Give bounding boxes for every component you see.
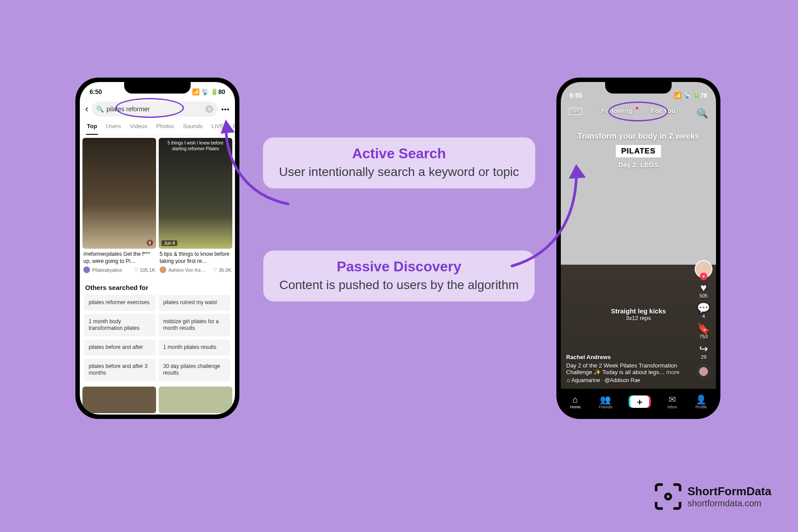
caption-text: Day 2 of the 2 Week Pilates Transformati…: [566, 362, 685, 376]
nav-inbox[interactable]: ✉Inbox: [668, 394, 677, 409]
callout-title: Active Search: [279, 145, 519, 162]
author-name: Ashton Von Ke…: [168, 267, 206, 273]
related-chip[interactable]: 1 month pilates results: [159, 340, 230, 356]
wifi-icon: 📡: [201, 88, 209, 95]
svg-marker-0: [223, 122, 232, 132]
share-icon: ↪: [699, 343, 708, 355]
brand-name: ShortFormData: [688, 485, 771, 498]
battery-icon: 🔋80: [211, 88, 225, 95]
related-chip[interactable]: pilates reformer exercises: [84, 295, 156, 311]
arrow-to-foryou: [505, 164, 585, 270]
sound-disc-icon[interactable]: [696, 364, 711, 379]
tab-following[interactable]: Following: [601, 107, 632, 114]
tab-users[interactable]: Users: [105, 120, 122, 135]
tab-photos[interactable]: Photos: [155, 120, 175, 135]
related-chip[interactable]: pilates before and after 3 months: [84, 359, 156, 381]
search-query-text: pilates reformer: [106, 106, 149, 113]
phone-search: 6:50 📶 📡 🔋80 ‹ 🔍 pilates reformer ✕ ••• …: [75, 78, 239, 419]
home-icon: ⌂: [570, 395, 581, 405]
inbox-icon: ✉: [668, 394, 677, 405]
search-icon[interactable]: 🔍: [697, 108, 708, 118]
callout-passive-discovery: Passive Discovery Content is pushed to u…: [263, 250, 535, 301]
overlay-headline: Transform your body in 2 weeks: [561, 131, 716, 141]
caption-more[interactable]: more: [666, 369, 680, 376]
live-badge[interactable]: LIVE: [568, 108, 582, 115]
tab-top[interactable]: Top: [86, 120, 98, 135]
signal-icon: 📶: [192, 88, 200, 95]
bottom-nav: ⌂Home 👥Friends ＋ ✉Inbox 👤Profile: [561, 389, 716, 415]
heart-icon: ♥: [700, 282, 707, 293]
tab-sounds[interactable]: Sounds: [182, 120, 203, 135]
related-chip[interactable]: midsize girl pilates for a month results: [159, 314, 230, 336]
author-avatar: [160, 266, 166, 273]
callout-active-search: Active Search User intentionally search …: [263, 137, 535, 188]
result-card[interactable]: 🔇 #reformerpilates Get the f*** up, were…: [82, 138, 156, 273]
caption-sound[interactable]: ♫ Aquamarine · @Addison Rae: [566, 377, 685, 383]
save-button[interactable]: 🔖753: [697, 323, 710, 339]
brand-url: shortformdata.com: [688, 498, 771, 509]
author-name: Pilatesbyalice: [92, 267, 122, 273]
nav-friends[interactable]: 👥Friends: [599, 394, 612, 409]
author-avatar: [83, 266, 90, 273]
status-icons: 📶 📡 🔋80: [192, 88, 225, 95]
profile-icon: 👤: [696, 394, 707, 405]
heart-icon: ♡: [134, 267, 138, 273]
result-thumb: 🔇: [82, 138, 156, 249]
bookmark-icon: 🔖: [697, 322, 710, 334]
comment-button[interactable]: 💬4: [697, 303, 710, 319]
like-count: 105.1K: [140, 267, 155, 273]
back-button[interactable]: ‹: [85, 103, 88, 115]
share-button[interactable]: ↪29: [699, 344, 708, 360]
overlay-pill: PILATES: [616, 145, 661, 157]
action-rail: + ♥505 💬4 🔖753 ↪29: [695, 260, 712, 379]
callout-title: Passive Discovery: [279, 258, 519, 275]
video-overlay-text: Transform your body in 2 weeks PILATES D…: [561, 131, 716, 168]
nav-home[interactable]: ⌂Home: [570, 395, 581, 409]
caption-user[interactable]: Rachel Andrews: [566, 354, 685, 360]
related-chip[interactable]: 1 month body transformation pilates: [84, 314, 156, 336]
svg-marker-1: [571, 167, 583, 177]
clear-icon[interactable]: ✕: [205, 105, 213, 113]
heart-icon: ♡: [213, 267, 217, 273]
follow-plus-icon[interactable]: +: [700, 273, 708, 280]
more-icon[interactable]: •••: [221, 106, 230, 113]
status-icons: 📶 📡 🔋78: [674, 92, 707, 99]
signal-icon: 📶: [674, 92, 681, 99]
wifi-icon: 📡: [683, 92, 691, 99]
caption: Rachel Andrews Day 2 of the 2 Week Pilat…: [566, 354, 685, 383]
search-input[interactable]: 🔍 pilates reformer ✕: [92, 102, 218, 117]
tab-foryou[interactable]: For You: [651, 107, 675, 114]
related-chip[interactable]: pilates before and after: [84, 340, 156, 356]
search-icon: 🔍: [96, 106, 104, 113]
like-count: 36.0K: [219, 267, 231, 273]
brand-mark-icon: [655, 483, 681, 510]
create-button[interactable]: ＋: [630, 395, 649, 408]
notification-dot-icon: [636, 107, 638, 110]
status-time: 6:55: [570, 92, 582, 99]
tab-videos[interactable]: Videos: [129, 120, 149, 135]
comment-icon: 💬: [697, 302, 710, 314]
arrow-to-search: [217, 120, 297, 208]
others-searched-header: Others searched for: [85, 284, 230, 291]
search-tabs: Top Users Videos Photos Sounds LIVE Pl: [80, 120, 235, 135]
brand-logo: ShortFormData shortformdata.com: [655, 483, 771, 510]
thumb-date: Jun 4: [161, 240, 177, 246]
friends-icon: 👥: [599, 394, 612, 405]
like-button[interactable]: ♥505: [700, 282, 708, 298]
related-chip[interactable]: pilates ruined my waist: [159, 295, 230, 311]
notch: [124, 82, 191, 94]
related-chip[interactable]: 30 day pilates challenge results: [159, 359, 230, 381]
callout-body: Content is pushed to users by the algori…: [279, 277, 519, 293]
exercise-label: Straight leg kicks 3x12 reps: [561, 307, 716, 321]
result-title: 5 tips & things to know before taking yo…: [160, 251, 231, 265]
mute-icon: 🔇: [146, 239, 153, 246]
cutoff-results: [80, 381, 235, 413]
nav-profile[interactable]: 👤Profile: [696, 394, 707, 409]
creator-avatar[interactable]: +: [695, 260, 712, 278]
notch: [605, 82, 672, 94]
battery-icon: 🔋78: [692, 92, 707, 99]
status-time: 6:50: [90, 88, 102, 95]
result-title: #reformerpilates Get the f*** up, were g…: [83, 251, 155, 265]
callout-body: User intentionally search a keyword or t…: [279, 164, 519, 180]
